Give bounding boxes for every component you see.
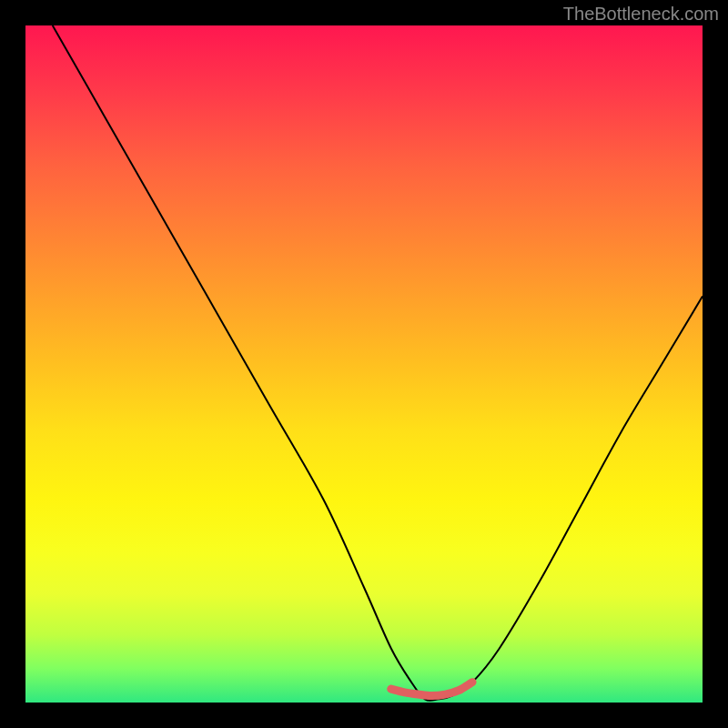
flat-region-marker bbox=[391, 682, 472, 696]
bottleneck-curve bbox=[53, 25, 703, 701]
watermark-text: TheBottleneck.com bbox=[563, 4, 719, 25]
chart-svg bbox=[25, 25, 703, 703]
chart-plot-area bbox=[25, 25, 703, 703]
